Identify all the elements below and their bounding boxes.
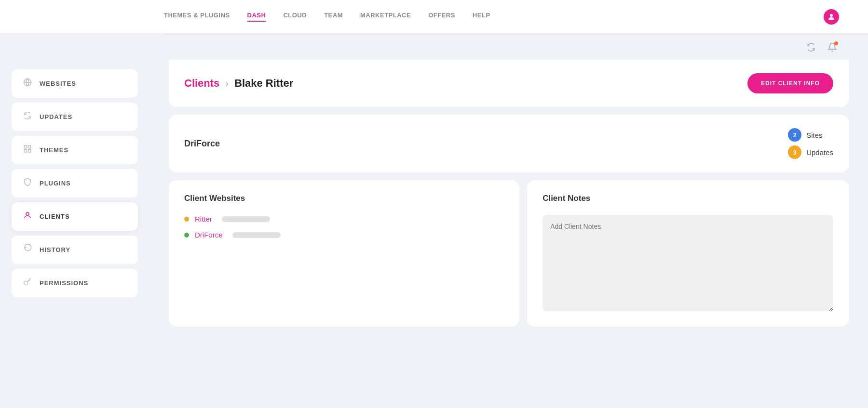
- breadcrumb: Clients › Blake Ritter: [184, 77, 293, 90]
- sidebar-item-clients[interactable]: CLIENTS: [12, 202, 138, 231]
- nav-help[interactable]: HELP: [473, 12, 490, 22]
- svg-point-7: [26, 212, 29, 215]
- nav-right: [824, 9, 839, 25]
- company-name: DriForce: [184, 139, 220, 149]
- globe-icon: [22, 78, 33, 89]
- svg-rect-4: [28, 145, 31, 148]
- website-link-ritter[interactable]: Ritter: [195, 215, 212, 223]
- dot-green-icon: [184, 233, 189, 237]
- breadcrumb-current: Blake Ritter: [234, 77, 293, 90]
- sidebar-clients-wrapper: CLIENTS: [12, 202, 138, 231]
- svg-point-0: [830, 14, 833, 17]
- sidebar-item-updates[interactable]: UPDATES: [12, 103, 138, 131]
- client-websites-panel: Client Websites Ritter DriForce: [169, 180, 519, 327]
- sidebar-item-updates-label: UPDATES: [40, 113, 72, 120]
- list-item: DriForce: [184, 231, 504, 239]
- client-websites-title: Client Websites: [184, 194, 504, 203]
- sidebar-item-websites[interactable]: WEBSITES: [12, 69, 138, 98]
- key-icon: [22, 277, 33, 289]
- svg-rect-5: [24, 150, 27, 152]
- nav-cloud[interactable]: CLOUD: [283, 12, 307, 22]
- history-icon: [22, 244, 33, 255]
- svg-point-8: [24, 281, 28, 285]
- sidebar-item-history[interactable]: HISTORY: [12, 236, 138, 264]
- edit-client-button[interactable]: EDIT CLIENT INFO: [747, 73, 833, 93]
- person-icon: [22, 211, 33, 222]
- sidebar-item-plugins[interactable]: PLUGINS: [12, 169, 138, 197]
- sidebar-item-permissions-label: PERMISSIONS: [40, 279, 88, 287]
- sidebar-item-plugins-label: PLUGINS: [40, 180, 71, 187]
- nav-offers[interactable]: OFFERS: [428, 12, 455, 22]
- sites-label: Sites: [806, 131, 822, 139]
- sidebar-item-history-label: HISTORY: [40, 246, 70, 253]
- refresh-icon[interactable]: [804, 40, 818, 54]
- nav-team[interactable]: TEAM: [324, 12, 343, 22]
- nav-themes-plugins[interactable]: THEMES & PLUGINS: [164, 12, 230, 22]
- sidebar-item-permissions[interactable]: PERMISSIONS: [12, 269, 138, 297]
- client-notes-panel: Client Notes: [527, 180, 849, 327]
- breadcrumb-clients-link[interactable]: Clients: [184, 77, 219, 90]
- stats-badges: 2 Sites 3 Updates: [788, 128, 833, 159]
- top-nav: THEMES & PLUGINS DASH CLOUD TEAM MARKETP…: [0, 0, 868, 34]
- sidebar: WEBSITES UPDATES THEMES: [0, 60, 149, 408]
- sidebar-item-themes[interactable]: THEMES: [12, 136, 138, 164]
- nav-marketplace[interactable]: MARKETPLACE: [360, 12, 411, 22]
- client-notes-title: Client Notes: [542, 194, 833, 203]
- website-url-blur-driforce: [232, 232, 281, 238]
- updates-badge: 3 Updates: [788, 145, 833, 159]
- dot-orange-icon: [184, 217, 189, 222]
- toolbar-row: [0, 35, 868, 60]
- notification-dot: [834, 41, 838, 45]
- panels-row: Client Websites Ritter DriForce: [169, 180, 849, 327]
- main-content: Clients › Blake Ritter EDIT CLIENT INFO …: [149, 60, 868, 408]
- nav-dash[interactable]: DASH: [247, 12, 266, 22]
- sites-badge: 2 Sites: [788, 128, 833, 142]
- svg-rect-6: [28, 150, 31, 152]
- sidebar-item-websites-label: WEBSITES: [40, 80, 76, 87]
- shield-icon: [22, 178, 33, 189]
- nav-links: THEMES & PLUGINS DASH CLOUD TEAM MARKETP…: [164, 12, 824, 22]
- website-link-driforce[interactable]: DriForce: [195, 231, 223, 239]
- website-url-blur-ritter: [222, 216, 270, 222]
- notification-icon[interactable]: [826, 40, 839, 54]
- sidebar-item-themes-label: THEMES: [40, 146, 68, 154]
- sidebar-item-clients-label: CLIENTS: [40, 213, 70, 220]
- refresh-sidebar-icon: [22, 111, 33, 122]
- stats-row: DriForce 2 Sites 3 Updates: [169, 115, 849, 172]
- updates-label: Updates: [806, 148, 833, 157]
- updates-count: 3: [788, 145, 801, 159]
- sites-count: 2: [788, 128, 801, 142]
- themes-icon: [22, 145, 33, 156]
- list-item: Ritter: [184, 215, 504, 223]
- page-header: Clients › Blake Ritter EDIT CLIENT INFO: [169, 60, 849, 107]
- client-notes-textarea[interactable]: [542, 215, 833, 311]
- website-list: Ritter DriForce: [184, 215, 504, 239]
- layout: WEBSITES UPDATES THEMES: [0, 60, 868, 408]
- breadcrumb-separator: ›: [225, 78, 229, 89]
- user-avatar[interactable]: [824, 9, 839, 25]
- svg-rect-3: [24, 145, 27, 148]
